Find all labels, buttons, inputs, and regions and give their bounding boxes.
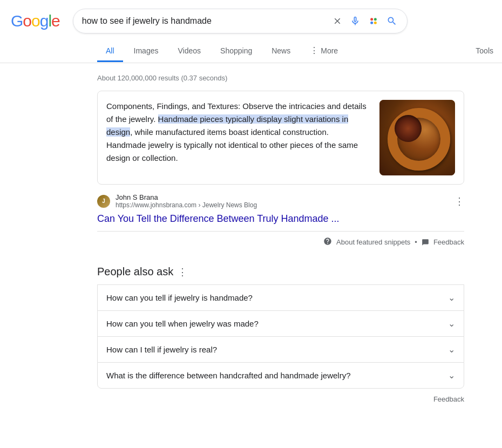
voice-search-button[interactable] bbox=[349, 15, 362, 28]
result-title-link[interactable]: Can You Tell the Difference Between Trul… bbox=[97, 213, 464, 225]
logo-g: G bbox=[11, 12, 23, 30]
featured-snippet: Components, Findings, and Textures: Obse… bbox=[97, 91, 464, 185]
tab-all[interactable]: All bbox=[97, 41, 123, 62]
logo-g2: g bbox=[40, 12, 49, 30]
search-icon bbox=[386, 16, 397, 26]
snippet-image bbox=[379, 100, 455, 175]
tab-news[interactable]: News bbox=[263, 41, 299, 62]
paa-menu-button[interactable]: ⋮ bbox=[178, 266, 187, 278]
source-name: John S Brana bbox=[116, 193, 449, 201]
paa-question-2: How can you tell when jewelry was made? bbox=[106, 319, 259, 328]
search-button[interactable] bbox=[385, 15, 398, 28]
nav-tabs: All Images Videos Shopping News ⋮ More T… bbox=[0, 36, 502, 63]
logo-o1: o bbox=[23, 12, 31, 30]
source-menu-button[interactable]: ⋮ bbox=[454, 195, 464, 207]
paa-header: People also ask ⋮ bbox=[97, 266, 464, 278]
svg-point-1 bbox=[374, 18, 377, 21]
paa-item-2[interactable]: How can you tell when jewelry was made? … bbox=[97, 310, 464, 336]
clear-button[interactable] bbox=[331, 15, 343, 27]
chevron-down-icon-4: ⌄ bbox=[448, 370, 455, 381]
tab-more[interactable]: ⋮ More bbox=[301, 40, 347, 63]
about-snippets-text[interactable]: About featured snippets bbox=[336, 238, 410, 246]
source-info: John S Brana https://www.johnsbrana.com … bbox=[116, 193, 449, 209]
svg-point-0 bbox=[370, 18, 373, 21]
search-icons bbox=[331, 15, 398, 28]
feedback-link-text[interactable]: Feedback bbox=[433, 238, 464, 246]
tab-tools[interactable]: Tools bbox=[467, 41, 502, 62]
logo-o2: o bbox=[31, 12, 40, 30]
source-favicon: J bbox=[97, 195, 110, 208]
source-citation: J John S Brana https://www.johnsbrana.co… bbox=[97, 191, 464, 211]
tab-videos[interactable]: Videos bbox=[169, 41, 209, 62]
feedback-icon bbox=[422, 239, 429, 246]
snippet-text-area: Components, Findings, and Textures: Obse… bbox=[106, 100, 369, 175]
paa-question-3: How can I tell if jewelry is real? bbox=[106, 345, 217, 354]
tab-images[interactable]: Images bbox=[125, 41, 167, 62]
paa-item-3[interactable]: How can I tell if jewelry is real? ⌄ bbox=[97, 336, 464, 362]
search-bar bbox=[73, 9, 408, 33]
header: G o o g l e bbox=[0, 0, 502, 33]
dots-icon: ⋮ bbox=[310, 45, 318, 56]
chevron-down-icon-2: ⌄ bbox=[448, 318, 455, 329]
snippet-text: Components, Findings, and Textures: Obse… bbox=[106, 100, 369, 165]
camera-icon bbox=[368, 16, 379, 26]
paa-title: People also ask bbox=[97, 266, 173, 278]
footer-dot: • bbox=[415, 238, 417, 246]
chevron-down-icon-1: ⌄ bbox=[448, 293, 455, 303]
snippet-text-after: , while manufactured items boast identic… bbox=[106, 127, 358, 162]
close-icon bbox=[333, 16, 342, 26]
paa-question-4: What is the difference between handcraft… bbox=[106, 371, 351, 380]
logo-e: e bbox=[51, 12, 60, 30]
main-content: About 120,000,000 results (0.37 seconds)… bbox=[0, 63, 470, 408]
paa-section: People also ask ⋮ How can you tell if je… bbox=[97, 266, 464, 389]
microphone-icon bbox=[350, 16, 361, 26]
image-search-button[interactable] bbox=[367, 15, 380, 28]
svg-point-3 bbox=[374, 22, 377, 24]
snippet-footer: About featured snippets • Feedback bbox=[97, 231, 464, 253]
bottom-feedback[interactable]: Feedback bbox=[97, 391, 464, 408]
search-input[interactable] bbox=[82, 16, 327, 26]
question-icon bbox=[323, 237, 332, 247]
tab-shopping[interactable]: Shopping bbox=[212, 41, 261, 62]
chevron-down-icon-3: ⌄ bbox=[448, 344, 455, 355]
jewelry-thumbnail bbox=[379, 100, 455, 175]
results-count: About 120,000,000 results (0.37 seconds) bbox=[97, 70, 470, 91]
google-logo: G o o g l e bbox=[11, 12, 60, 30]
paa-item-4[interactable]: What is the difference between handcraft… bbox=[97, 362, 464, 389]
svg-point-2 bbox=[370, 22, 373, 24]
source-url: https://www.johnsbrana.com › Jewelry New… bbox=[116, 201, 449, 209]
paa-item-1[interactable]: How can you tell if jewelry is handmade?… bbox=[97, 284, 464, 310]
paa-question-1: How can you tell if jewelry is handmade? bbox=[106, 293, 253, 302]
